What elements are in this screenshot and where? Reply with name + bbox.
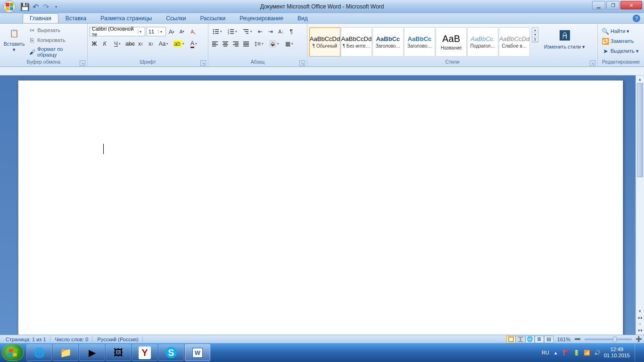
tray-network-icon[interactable]: 📶 <box>583 349 591 356</box>
document-viewport[interactable] <box>0 75 636 335</box>
align-left-button[interactable] <box>210 39 220 49</box>
tray-clock[interactable]: 12:49 01.10.2015 <box>604 346 630 359</box>
bullets-button[interactable] <box>210 27 224 36</box>
scroll-up-button[interactable]: ▴ <box>636 75 644 83</box>
redo-icon[interactable]: ↷ <box>41 2 50 11</box>
horizontal-ruler[interactable] <box>0 67 644 75</box>
tab-insert[interactable]: Вставка <box>58 13 94 23</box>
status-page[interactable]: Страница: 1 из 1 <box>2 337 50 342</box>
zoom-out-button[interactable]: ➖ <box>574 336 581 342</box>
maximize-button[interactable]: ❐ <box>606 1 619 9</box>
font-launcher[interactable]: ↘ <box>200 60 206 66</box>
taskbar-skype[interactable]: S <box>158 344 184 361</box>
decrease-indent-button[interactable]: ⇤ <box>256 27 265 36</box>
styles-launcher[interactable]: ↘ <box>590 60 595 66</box>
undo-icon[interactable]: ↶ <box>31 2 40 11</box>
show-marks-button[interactable]: ¶ <box>287 27 296 36</box>
strikethrough-button[interactable]: abc <box>125 39 135 49</box>
paragraph-launcher[interactable]: ↘ <box>299 60 305 66</box>
scroll-down-button[interactable]: ▾ <box>636 307 644 315</box>
grow-font-button[interactable]: A▴ <box>167 27 176 36</box>
superscript-button[interactable]: x2 <box>146 39 156 49</box>
shading-button[interactable]: ⬙ <box>267 39 281 49</box>
scroll-track[interactable] <box>636 83 644 307</box>
format-painter-button[interactable]: 🖌Формат по образцу <box>26 45 85 58</box>
find-button[interactable]: 🔍Найти ▾ <box>600 26 631 36</box>
minimize-button[interactable]: ▁ <box>592 1 605 9</box>
scroll-thumb[interactable] <box>637 83 643 177</box>
underline-button[interactable]: Ч <box>110 39 124 49</box>
borders-button[interactable]: ▦ <box>282 39 296 49</box>
tab-references[interactable]: Ссылки <box>159 13 193 23</box>
font-color-button[interactable]: A <box>187 39 201 49</box>
tray-battery-icon[interactable]: 🔋 <box>573 349 580 356</box>
cut-button[interactable]: ✂Вырезать <box>26 25 85 35</box>
taskbar-ie[interactable]: 🌐 <box>26 344 52 361</box>
paste-button[interactable]: 📋 Вставить▾ <box>2 25 26 53</box>
style-item-6[interactable]: AaBbCcDdСлабое в… <box>499 27 530 57</box>
replace-button[interactable]: 🔁Заменить <box>600 36 636 46</box>
style-item-5[interactable]: AaBbCc.Подзагол… <box>467 27 498 57</box>
save-icon[interactable]: 💾 <box>21 2 29 11</box>
zoom-slider[interactable] <box>585 338 632 340</box>
font-name-combo[interactable]: Calibri (Основной те▾ <box>90 27 145 36</box>
increase-indent-button[interactable]: ⇥ <box>266 27 275 36</box>
show-desktop-button[interactable] <box>635 344 639 362</box>
tab-mailings[interactable]: Рассылки <box>193 13 232 23</box>
clipboard-launcher[interactable]: ↘ <box>80 60 85 66</box>
status-word-count[interactable]: Число слов: 0 <box>51 337 93 342</box>
font-size-combo[interactable]: 11▾ <box>146 27 166 36</box>
draft-view[interactable]: ▤ <box>544 336 553 343</box>
numbering-button[interactable]: 123 <box>225 27 239 36</box>
tab-home[interactable]: Главная <box>23 13 58 23</box>
line-spacing-button[interactable]: ‡≡ <box>252 39 266 49</box>
tray-show-hidden-icon[interactable]: ▴ <box>552 349 560 356</box>
style-item-0[interactable]: AaBbCcDd¶ Обычный <box>309 27 340 57</box>
tray-flag-icon[interactable]: 🚩 <box>562 349 570 356</box>
italic-button[interactable]: К <box>100 39 109 49</box>
highlight-button[interactable]: ab <box>172 39 186 49</box>
help-icon[interactable]: ? <box>633 15 640 22</box>
gallery-up[interactable]: ▴ <box>532 28 538 33</box>
justify-button[interactable] <box>241 39 251 49</box>
taskbar-yandex[interactable]: Y <box>132 344 157 361</box>
taskbar-explorer[interactable]: 📁 <box>53 344 78 361</box>
office-button[interactable] <box>0 0 19 13</box>
shrink-font-button[interactable]: A▾ <box>177 27 187 36</box>
qat-customize-icon[interactable]: ▾ <box>52 2 60 11</box>
change-case-button[interactable]: Aa <box>157 39 171 49</box>
style-item-4[interactable]: АаВНазвание <box>436 27 467 57</box>
bold-button[interactable]: Ж <box>90 39 99 49</box>
tray-language[interactable]: RU <box>542 350 549 355</box>
style-item-3[interactable]: AaBbCcЗаголово… <box>404 27 435 57</box>
gallery-more[interactable]: ⊻ <box>532 37 538 42</box>
web-layout-view[interactable]: 🌐 <box>525 336 535 343</box>
taskbar-word[interactable]: W <box>185 344 210 361</box>
select-browse-object[interactable]: ○ <box>636 321 644 328</box>
style-item-2[interactable]: AaBbCcЗаголово… <box>372 27 404 57</box>
change-styles-button[interactable]: 🅰 Изменить стили ▾ <box>542 27 587 51</box>
subscript-button[interactable]: x2 <box>136 39 145 49</box>
tray-volume-icon[interactable]: 🔊 <box>594 349 601 356</box>
style-item-1[interactable]: AaBbCcDd¶ Без инте… <box>341 27 372 57</box>
prev-page-button[interactable]: ▴▴ <box>636 315 644 321</box>
start-button[interactable] <box>2 344 24 361</box>
taskbar-app-1[interactable]: 🖼 <box>106 344 131 361</box>
gallery-down[interactable]: ▾ <box>532 33 538 37</box>
sort-button[interactable]: A↓ <box>276 27 286 36</box>
zoom-level[interactable]: 161% <box>554 337 573 342</box>
next-page-button[interactable]: ▾▾ <box>636 328 644 335</box>
status-language[interactable]: Русский (Россия) <box>93 337 142 342</box>
tab-page-layout[interactable]: Разметка страницы <box>93 13 159 23</box>
close-button[interactable]: ✕ <box>620 1 642 9</box>
tab-view[interactable]: Вид <box>290 13 315 23</box>
copy-button[interactable]: ⎘Копировать <box>26 35 85 45</box>
tab-review[interactable]: Рецензирование <box>232 13 290 23</box>
taskbar-media-player[interactable]: ▶ <box>79 344 105 361</box>
clear-formatting-button[interactable]: A✎ <box>188 27 197 36</box>
document-page[interactable] <box>18 80 623 335</box>
align-right-button[interactable] <box>231 39 240 49</box>
zoom-in-button[interactable]: ➕ <box>636 336 642 342</box>
full-screen-view[interactable] <box>516 336 525 343</box>
zoom-slider-thumb[interactable] <box>613 337 617 342</box>
